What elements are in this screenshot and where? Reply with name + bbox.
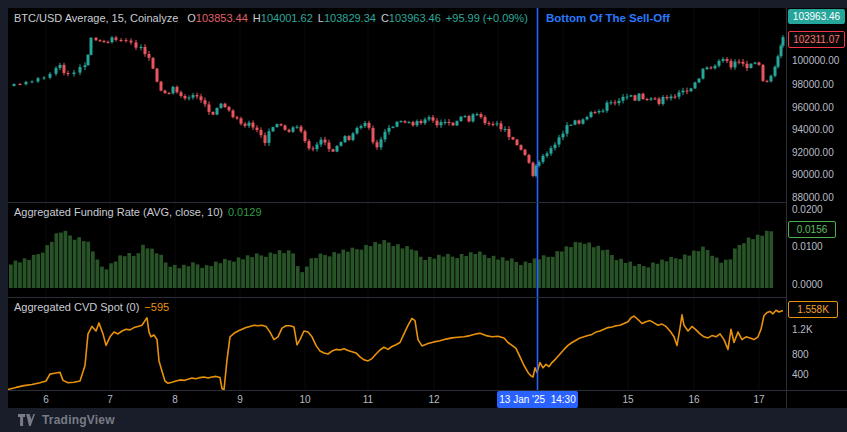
time-axis[interactable]: 6789101112151617 [8,390,847,408]
time-tick-label: 12 [428,394,439,406]
axis-tick-label: 0.0200 [792,204,823,216]
axis-tick-label: 92000.00 [792,147,834,159]
cvd-indicator-value: −595 [144,301,169,313]
ohlc-high-label: H [253,12,261,24]
time-tick-label: 9 [237,394,243,406]
ohlc-open-label: O [187,12,196,24]
funding-value-badge: 0.0156 [788,221,836,238]
footer-bar: TradingView [0,408,847,432]
axis-tick-label: 0.0000 [792,279,823,291]
alert-price-badge: 102311.07 [788,31,845,48]
axis-tick-label: 0.0100 [792,241,823,253]
axis-tick-label: 98000.00 [792,79,834,91]
axis-tick-label: 1.2K [792,324,813,336]
axis-tick-label: 94000.00 [792,124,834,136]
funding-indicator-title[interactable]: Aggregated Funding Rate (AVG, close, 10) [14,206,223,218]
tradingview-brand-text[interactable]: TradingView [42,413,115,427]
sell-off-annotation[interactable]: Bottom Of The Sell-Off [546,12,670,24]
time-tick-label: 8 [172,394,178,406]
ohlc-high-value: 104001.62 [261,12,313,24]
axis-tick-label: 90000.00 [792,169,834,181]
time-tick-label: 10 [299,394,310,406]
tradingview-chart-window: BTC/USD Average, 15, CoinalyzeO103853.44… [0,0,847,432]
time-tick-label: 11 [363,394,373,406]
cvd-indicator-title[interactable]: Aggregated CVD Spot (0) [14,301,139,313]
axis-tick-label: 96000.00 [792,102,834,114]
ohlc-close-label: C [381,12,389,24]
funding-indicator-value: 0.0129 [228,206,262,218]
last-price-badge: 103963.46 [788,9,845,24]
symbol-title[interactable]: BTC/USD Average, 15, Coinalyze [14,12,178,24]
ohlc-close-value: 103963.46 [389,12,441,24]
cvd-value-badge: 1.558K [788,301,838,318]
ohlc-low-value: 103829.34 [324,12,376,24]
tradingview-logo-icon[interactable] [18,414,35,426]
time-tick-label: 6 [43,394,49,406]
axis-tick-label: 88000.00 [792,192,834,204]
price-axis[interactable]: 102000.00100000.0098000.0096000.0094000.… [786,8,847,390]
time-tick-label: 16 [688,394,699,406]
axis-tick-label: 400 [792,369,809,381]
crosshair-time-badge: 13 Jan '25 14:30 [497,391,578,408]
cvd-pane-header: Aggregated CVD Spot (0)−595 [14,301,169,314]
time-tick-label: 7 [107,394,113,406]
time-tick-label: 17 [753,394,764,406]
ohlc-open-value: 103853.44 [196,12,248,24]
axis-tick-label: 100000.00 [792,55,839,67]
time-tick-label: 15 [622,394,633,406]
price-pane-header: BTC/USD Average, 15, CoinalyzeO103853.44… [14,12,528,25]
funding-pane-header: Aggregated Funding Rate (AVG, close, 10)… [14,206,262,219]
ohlc-change-value: +95.99 (+0.09%) [446,12,528,24]
axis-tick-label: 800 [792,349,809,361]
